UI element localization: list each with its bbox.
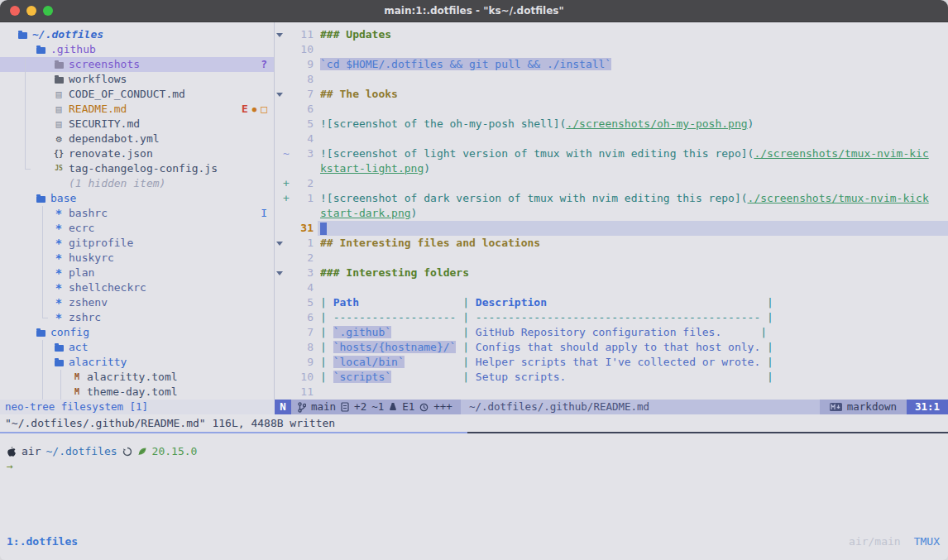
titlebar[interactable]: main:1:.dotfiles - "ks~/.dotfiles": [0, 0, 948, 22]
fold-column: [275, 132, 283, 146]
tree-item-label: workflows: [69, 72, 127, 87]
shell-prompt: air ~/.dotfiles 20.15.0: [0, 444, 948, 459]
fold-chevron-icon[interactable]: [275, 87, 283, 102]
tree-item[interactable]: Malacritty.toml: [0, 370, 274, 385]
text-segment: ## The looks: [320, 88, 398, 100]
text-segment: Helper scripts that I've collected or wr…: [476, 356, 760, 368]
text-segment: Description: [476, 296, 547, 309]
tree-item[interactable]: JStag-changelog-config.js: [0, 161, 274, 176]
editor-line[interactable]: 31: [275, 221, 948, 236]
gitsign-column: [283, 280, 292, 295]
text-segment: Setup scripts.: [476, 371, 567, 383]
tree-item[interactable]: workflows: [0, 72, 274, 87]
editor-line[interactable]: 5![screenshot of the oh-my-posh shell](.…: [275, 117, 948, 132]
tree-item-label: (1 hidden item): [69, 176, 165, 191]
star-icon: *: [53, 280, 65, 295]
tree-item[interactable]: Mtheme-day.toml: [0, 385, 274, 400]
tree-item[interactable]: alacritty: [0, 355, 274, 370]
fold-column: [275, 251, 283, 266]
tree-item[interactable]: screenshots?: [0, 57, 274, 72]
tree-item-label: tag-changelog-config.js: [69, 161, 218, 176]
tree-item[interactable]: *zshenv: [0, 295, 274, 310]
editor-line[interactable]: 6| ------------------- | ---------------…: [275, 310, 948, 325]
text-segment: |: [462, 371, 476, 383]
tree-item-label: SECURITY.md: [69, 117, 140, 132]
tree-item[interactable]: *huskyrc: [0, 251, 274, 266]
neotree-sidebar[interactable]: ~/.dotfiles.githubscreenshots?workflows▤…: [0, 22, 274, 400]
gitsign-column: [283, 87, 292, 102]
prompt-arrow-icon: →: [7, 459, 13, 474]
shell-pane[interactable]: air ~/.dotfiles 20.15.0 → 1:.dotfiles ai…: [0, 433, 948, 559]
editor-line[interactable]: 6: [275, 102, 948, 117]
text-segment: ): [424, 162, 430, 175]
editor-line[interactable]: 7| `.github` | GitHub Repository configu…: [275, 325, 948, 340]
editor-line[interactable]: 7## The looks: [275, 87, 948, 102]
line-text: kstart-light.png): [320, 161, 948, 176]
fold-chevron-icon[interactable]: [275, 236, 283, 251]
editor-line[interactable]: 9| `local/bin` | Helper scripts that I'v…: [275, 355, 948, 370]
cursor-position: 31:1: [907, 400, 948, 414]
git-branch-icon: [298, 402, 306, 413]
editor-line[interactable]: +2: [275, 176, 948, 191]
neotree-statusline: neo-tree filesystem [1]: [0, 400, 275, 414]
tree-item[interactable]: base: [0, 191, 274, 206]
tree-item-label: plan: [69, 266, 94, 280]
editor-line[interactable]: 11: [275, 385, 948, 400]
tmux-window-tab[interactable]: 1:.dotfiles: [0, 534, 78, 549]
tree-item[interactable]: ▤CODE_OF_CONDUCT.md: [0, 87, 274, 102]
tree-item[interactable]: ~/.dotfiles: [0, 27, 274, 42]
fold-chevron-icon[interactable]: [275, 27, 283, 42]
tree-item[interactable]: ⚙dependabot.yml: [0, 132, 274, 146]
editor-line[interactable]: 11### Updates: [275, 27, 948, 42]
shell-input-line[interactable]: →: [0, 459, 948, 474]
tree-item[interactable]: *plan: [0, 266, 274, 280]
editor-line[interactable]: 4: [275, 132, 948, 146]
editor-pane[interactable]: 11### Updates109`cd $HOME/.dotfiles && g…: [275, 22, 948, 400]
tree-item[interactable]: .github: [0, 42, 274, 57]
text-segment: `scripts`: [333, 371, 391, 383]
tree-item-label: README.md: [69, 102, 127, 117]
tree-item-label: zshenv: [69, 295, 108, 310]
braces-icon: {}: [53, 146, 65, 161]
tree-item[interactable]: ▤README.mdE●□: [0, 102, 274, 117]
line-text: [320, 72, 948, 87]
tree-item[interactable]: ▤SECURITY.md: [0, 117, 274, 132]
tree-guide: [25, 169, 31, 170]
editor-line[interactable]: 10| `scripts` | Setup scripts. |: [275, 370, 948, 385]
tree-item[interactable]: config: [0, 325, 274, 340]
editor-line[interactable]: start-dark.png): [275, 206, 948, 221]
editor-line[interactable]: 5| Path | Description |: [275, 295, 948, 310]
tree-item-label: ~/.dotfiles: [32, 27, 103, 42]
line-text: [318, 221, 948, 236]
editor-line[interactable]: 4: [275, 280, 948, 295]
tree-item[interactable]: {}renovate.json: [0, 146, 274, 161]
tree-item[interactable]: act: [0, 340, 274, 355]
line-text: | Path | Description |: [320, 295, 948, 310]
tree-item[interactable]: *zshrc: [0, 310, 274, 325]
editor-line[interactable]: 9`cd $HOME/.dotfiles && git pull && ./in…: [275, 57, 948, 72]
tmux-statusbar: 1:.dotfiles air/main TMUX: [0, 534, 948, 549]
tree-item[interactable]: *bashrcI: [0, 206, 274, 221]
editor-line[interactable]: 10: [275, 42, 948, 57]
text-segment: |: [462, 341, 476, 353]
editor-line[interactable]: 1## Interesting files and locations: [275, 236, 948, 251]
gitsign-column: [283, 266, 292, 280]
line-number: 5: [292, 117, 314, 132]
tree-item[interactable]: *gitprofile: [0, 236, 274, 251]
tree-item[interactable]: *shellcheckrc: [0, 280, 274, 295]
tree-item-label: base: [50, 191, 76, 206]
fold-column: [275, 295, 283, 310]
text-segment: `hosts/{hostname}/`: [333, 341, 457, 353]
tree-item-badges: I: [261, 206, 267, 221]
editor-line[interactable]: 2: [275, 251, 948, 266]
editor-line[interactable]: 8: [275, 72, 948, 87]
editor-line[interactable]: 8| `hosts/{hostname}/` | Configs that sh…: [275, 340, 948, 355]
editor-line[interactable]: ~3![screenshot of light version of tmux …: [275, 146, 948, 161]
tree-item[interactable]: *ecrc: [0, 221, 274, 236]
fold-chevron-icon[interactable]: [275, 266, 283, 280]
gitsign-column: [283, 325, 292, 340]
tree-item[interactable]: (1 hidden item): [0, 176, 274, 191]
editor-line[interactable]: 3### Interesting folders: [275, 266, 948, 280]
editor-line[interactable]: kstart-light.png): [275, 161, 948, 176]
editor-line[interactable]: +1![screenshot of dark version of tmux w…: [275, 191, 948, 206]
